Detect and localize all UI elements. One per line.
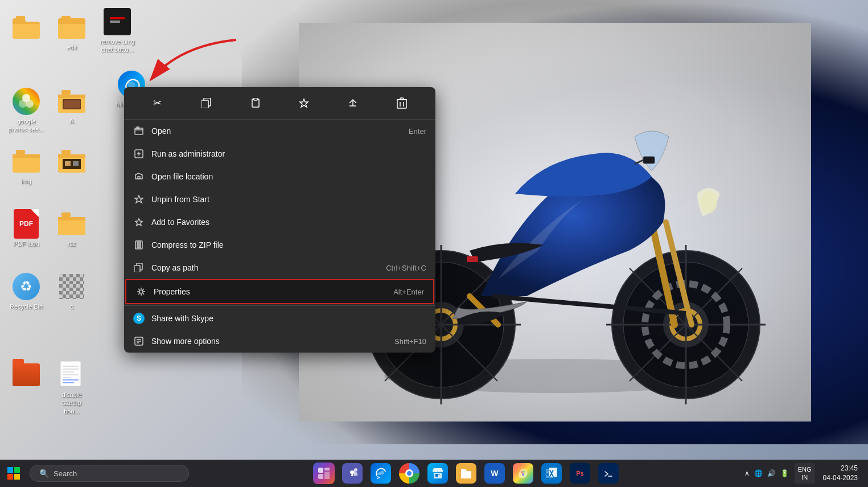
- cm-compress-zip[interactable]: Compress to ZIP file: [124, 234, 435, 256]
- desktop-icon-disable-startup[interactable]: disable startup boo...: [51, 359, 92, 418]
- copy-path-icon: [133, 262, 145, 273]
- folder-icon: [13, 148, 40, 175]
- svg-rect-77: [14, 474, 20, 480]
- svg-rect-92: [603, 468, 614, 479]
- svg-point-72: [139, 290, 143, 293]
- svg-rect-71: [134, 265, 140, 272]
- search-label: Search: [54, 469, 77, 478]
- desktop-icon-remove-bing[interactable]: remove bing chat butto...: [97, 6, 138, 56]
- desktop-icon-recycle-bin[interactable]: ♻ Recycle Bin: [6, 271, 47, 313]
- desktop-icon-a[interactable]: A: [51, 85, 92, 128]
- cm-ai-button[interactable]: [294, 93, 314, 113]
- svg-point-82: [354, 468, 357, 472]
- cm-copy-path-shortcut: Ctrl+Shift+C: [386, 264, 426, 272]
- taskbar-search[interactable]: 🔍 Search: [30, 465, 189, 482]
- svg-rect-76: [7, 474, 13, 480]
- svg-rect-78: [318, 468, 323, 473]
- desktop-icon-img[interactable]: img: [6, 145, 47, 187]
- desktop-icon-label: c: [70, 302, 73, 310]
- cm-share-button[interactable]: [343, 93, 363, 113]
- cm-paste-button[interactable]: [245, 93, 266, 113]
- svg-rect-59: [400, 98, 404, 100]
- cm-copy-button[interactable]: [196, 93, 217, 113]
- language-indicator[interactable]: ENG IN: [795, 463, 815, 484]
- unpin-start-icon: [133, 194, 145, 205]
- svg-rect-45: [63, 369, 79, 370]
- cm-more-options[interactable]: Show more options Shift+F10: [124, 330, 435, 353]
- taskbar-terminal[interactable]: [596, 461, 621, 486]
- svg-rect-85: [435, 474, 440, 474]
- desktop-icon-edit[interactable]: edit: [51, 11, 92, 54]
- desktop-icon-label: google photos sea...: [8, 117, 44, 134]
- start-button[interactable]: [0, 460, 27, 487]
- taskbar-teams[interactable]: [340, 461, 365, 486]
- time-display: 23:45: [823, 464, 858, 473]
- taskbar-ps[interactable]: Ps: [567, 461, 593, 486]
- cm-open-location[interactable]: Open file location: [124, 165, 435, 188]
- pdf-icon: PDF: [13, 210, 40, 238]
- svg-rect-29: [110, 17, 125, 19]
- tray-network[interactable]: 🌐: [753, 468, 764, 478]
- taskbar-word[interactable]: W: [482, 461, 507, 486]
- desktop-icon-folder1[interactable]: [6, 11, 47, 46]
- taskbar-chrome[interactable]: [397, 461, 422, 486]
- taskbar-files[interactable]: [454, 461, 479, 486]
- cm-share-skype[interactable]: S Share with Skype: [124, 307, 435, 330]
- tray-sound[interactable]: 🔊: [766, 468, 777, 478]
- tray-chevron[interactable]: ∧: [743, 468, 751, 478]
- cm-open[interactable]: Open Enter: [124, 120, 435, 142]
- desktop-icon-orange-folder[interactable]: [6, 359, 47, 393]
- search-icon: 🔍: [39, 469, 49, 478]
- desktop-icon-c[interactable]: c: [51, 271, 92, 313]
- svg-rect-34: [61, 90, 71, 95]
- desktop-icon-rsz[interactable]: rsz: [51, 208, 92, 250]
- svg-rect-53: [201, 100, 208, 108]
- svg-rect-41: [73, 161, 79, 166]
- cm-add-favorites[interactable]: Add to Favorites: [124, 211, 435, 234]
- folder-icon: [58, 14, 85, 41]
- language-label: ENG: [798, 465, 812, 473]
- desktop-icon-label: rsz: [68, 240, 76, 248]
- cm-open-shortcut: Enter: [409, 127, 426, 136]
- cm-properties-shortcut: Alt+Enter: [393, 288, 424, 296]
- cm-copy-path[interactable]: Copy as path Ctrl+Shift+C: [124, 256, 435, 279]
- gphoto-icon: [13, 88, 40, 115]
- taskbar-widgets[interactable]: [311, 461, 336, 486]
- svg-rect-27: [16, 16, 25, 21]
- cm-more-options-label: Show more options: [151, 337, 220, 346]
- cm-separator-1: [124, 305, 435, 306]
- text-file-icon: [58, 361, 85, 388]
- svg-rect-57: [397, 100, 406, 108]
- desktop-icon-gphoto[interactable]: google photos sea...: [6, 85, 47, 136]
- svg-rect-69: [137, 247, 141, 248]
- taskbar-outlook[interactable]: [539, 461, 564, 486]
- taskbar-paint[interactable]: [511, 461, 536, 486]
- cm-delete-button[interactable]: [392, 93, 412, 113]
- checkered-icon: [58, 273, 85, 300]
- taskbar-store[interactable]: [425, 461, 450, 486]
- recycle-bin-icon: ♻: [13, 273, 40, 300]
- svg-rect-74: [7, 467, 13, 473]
- cm-compress-zip-label: Compress to ZIP file: [151, 240, 224, 249]
- desktop-icon-pdf[interactable]: PDF PDF icon: [6, 208, 47, 250]
- svg-point-88: [522, 473, 524, 476]
- black-icon: [104, 8, 131, 35]
- cm-unpin-start[interactable]: Unpin from Start: [124, 188, 435, 211]
- svg-rect-79: [324, 468, 330, 470]
- taskbar-right: ∧ 🌐 🔊 🔋 ENG IN 23:45 04-04-2023: [743, 461, 868, 485]
- taskbar-clock[interactable]: 23:45 04-04-2023: [820, 461, 861, 485]
- cm-cut-button[interactable]: ✂: [147, 93, 168, 113]
- cm-properties[interactable]: Properties Alt+Enter: [125, 279, 434, 304]
- svg-point-22: [700, 191, 717, 214]
- cm-unpin-start-label: Unpin from Start: [151, 195, 209, 204]
- cm-run-admin[interactable]: Run as administrator: [124, 142, 435, 165]
- open-location-icon: [133, 171, 145, 182]
- desktop-icon-folder-img2[interactable]: [51, 145, 92, 179]
- tray-battery[interactable]: 🔋: [779, 468, 790, 478]
- region-label: IN: [798, 473, 812, 481]
- folder-icon: [13, 14, 40, 41]
- taskbar-edge[interactable]: [368, 461, 393, 486]
- svg-point-91: [546, 473, 549, 476]
- open-icon: [133, 125, 145, 137]
- svg-rect-49: [63, 379, 79, 380]
